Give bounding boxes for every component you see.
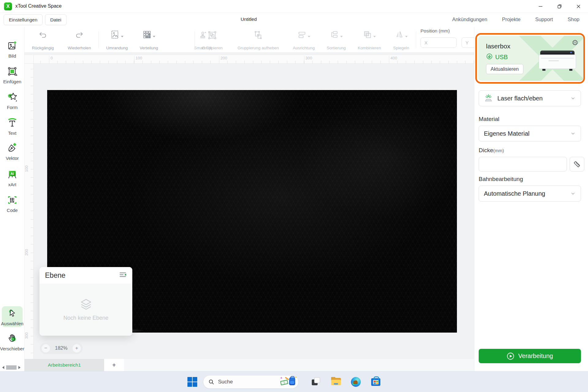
select-tool[interactable]: Auswählen [0,308,24,326]
ruler-h-label: 100 [134,56,142,64]
layers-panel: Ebene Noch keine Ebene [40,267,132,336]
redo-button[interactable]: Wiederholen [65,29,93,51]
outline-icon [111,30,120,40]
start-button[interactable] [186,376,198,388]
zoom-control: − 182% + [40,342,83,354]
sidebar-item-insert[interactable]: Einfügen [0,66,24,84]
file-explorer-button[interactable] [330,376,342,388]
tab-arbeitsbereich1[interactable]: Arbeitsbereich1 [24,359,104,371]
document-title: Untitled [241,17,257,22]
scroll-left-icon[interactable] [2,366,4,369]
measure-thickness-button[interactable] [570,157,584,172]
align-icon [297,30,307,40]
device-name: laserbox [486,43,510,50]
sidebar-scrollbar[interactable] [0,365,24,370]
mirror-icon [395,30,404,40]
zoom-out-button[interactable]: − [42,344,50,352]
thickness-input[interactable] [479,157,567,172]
process-button[interactable]: Verarbeitung [479,349,581,363]
sidebar-item-xart[interactable]: AI xArt [0,169,24,187]
edge-browser-button[interactable] [350,376,362,388]
add-tab-button[interactable]: + [104,359,124,371]
settings-menu-button[interactable]: Einstellungen [4,14,43,25]
image-icon [7,40,17,52]
update-button[interactable]: Aktualisieren [486,64,523,74]
zoom-in-button[interactable]: + [73,344,81,352]
vertical-ruler: 100200300 [24,64,34,359]
combine-icon [363,30,372,40]
ungroup-icon [254,30,263,40]
restore-button[interactable] [550,0,569,13]
outline-button[interactable]: Umrandung [103,29,131,51]
zoom-level: 182% [55,345,68,351]
device-card[interactable]: laserbox USB Aktualisieren ⚙ [478,36,583,81]
laser-flat-icon [484,93,493,104]
task-view-icon [310,376,322,388]
sidebar-item-vector[interactable]: Vektor [0,143,24,161]
svg-text:AI: AI [11,172,14,175]
xart-icon: AI [7,169,17,181]
path-processing-label: Bahnbearbeitung [479,176,523,183]
ruler-v-label: 200 [24,248,28,257]
play-icon [507,352,514,360]
sidebar-item-text[interactable]: Text [0,118,24,136]
ruler-h-label: 300 [304,56,312,64]
laserbox-device-image [539,51,576,71]
scroll-right-icon[interactable] [18,366,21,369]
material-select[interactable]: Eigenes Material [479,126,581,141]
close-button[interactable] [569,0,588,13]
file-menu-button[interactable]: Datei [45,14,66,25]
minimize-button[interactable] [531,0,550,13]
ruler-v-label: 300 [24,331,28,340]
position-x-input[interactable] [420,37,457,48]
distribute-button[interactable]: Verteilung [135,29,163,51]
processing-mode-select[interactable]: Laser flach/eben [479,90,581,106]
distribute-icon [142,30,152,40]
processing-mode-value: Laser flach/eben [497,95,543,102]
sidebar-item-code[interactable]: Code [0,195,24,213]
link-projects[interactable]: Projekte [502,17,521,22]
device-settings-gear-icon[interactable]: ⚙ [572,38,579,47]
group-icon [208,30,217,40]
undo-button[interactable]: Rückgängig [30,29,56,51]
connection-type: USB [495,54,508,61]
link-announcements[interactable]: Ankündigungen [452,17,487,22]
tab-bar: Arbeitsbereich1 + [24,359,474,371]
title-bar: X xTool Creative Space [0,0,588,13]
text-icon [7,118,17,129]
ruler-corner [24,55,34,64]
taskbar-search[interactable]: ✦ [203,375,299,389]
usb-icon [486,53,493,61]
horizontal-ruler: 0100200300400500 [34,55,474,64]
scroll-thumb[interactable] [6,365,17,370]
sort-icon [330,30,339,40]
app-window: X xTool Creative Space Einstellungen Dat… [0,0,588,392]
pan-tool[interactable]: Verschieben [0,333,24,351]
store-icon [370,376,382,388]
sidebar-item-image[interactable]: Bild [0,40,24,58]
sort-button[interactable]: Sortierung [322,29,350,51]
group-button[interactable]: Gruppieren [198,29,226,51]
ungroup-button[interactable]: Gruppierung aufheben [232,29,284,51]
link-support[interactable]: Support [535,17,553,22]
mirror-button[interactable]: Spiegeln [388,29,415,51]
microsoft-store-button[interactable] [370,376,382,388]
path-processing-select[interactable]: Automatische Planung [479,186,581,202]
canvas-area: 0100200300400500 100200300 Ebene Noch ke… [24,53,474,371]
shape-icon [7,92,17,104]
search-input[interactable] [218,379,276,385]
collapse-panel-icon[interactable] [119,271,127,280]
combine-button[interactable]: Kombinieren [355,29,384,51]
taskbar: ✦ X DEUSG [0,371,588,392]
align-button[interactable]: Ausrichtung [290,29,318,51]
edge-icon [350,376,362,388]
app-logo-icon: X [4,2,12,10]
layers-empty-text: Noch keine Ebene [63,315,108,321]
search-highlight-art: ✦ [280,376,296,388]
sidebar-item-shape[interactable]: Form [0,92,24,110]
task-view-button[interactable] [310,376,322,388]
path-processing-value: Automatische Planung [484,190,545,197]
search-icon [208,379,214,385]
toolbar: Rückgängig Wiederholen Umrandung Verteil… [24,27,474,53]
link-shop[interactable]: Shop [567,17,579,22]
